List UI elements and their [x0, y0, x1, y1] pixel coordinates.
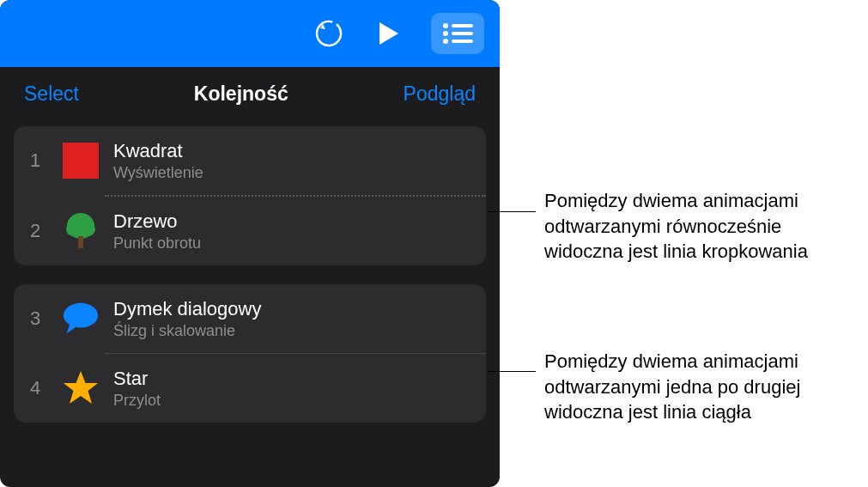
svg-point-9: [80, 222, 95, 236]
callout-leader-line: [488, 371, 536, 372]
subheader: Select Kolejność Podgląd: [0, 67, 500, 114]
callouts-region: Pomiędzy dwiema animacjami odtwarzanymi …: [500, 0, 868, 487]
item-title: Kwadrat: [113, 140, 203, 162]
svg-point-0: [314, 19, 343, 48]
star-icon: [62, 369, 100, 407]
tree-icon: [62, 212, 100, 250]
animation-group: 1 Kwadrat Wyświetlenie 2: [14, 126, 486, 265]
svg-point-3: [443, 31, 448, 36]
item-subtitle: Ślizg i skalowanie: [113, 322, 261, 340]
callout-leader-line: [488, 211, 536, 212]
callout-text: Pomiędzy dwiema animacjami odtwarzanymi …: [544, 188, 868, 265]
build-order-list: 1 Kwadrat Wyświetlenie 2: [0, 114, 500, 423]
animation-group: 3 Dymek dialogowy Ślizg i skalowanie 4: [14, 284, 486, 423]
svg-point-1: [443, 23, 448, 28]
play-icon[interactable]: [371, 15, 407, 52]
svg-point-11: [64, 303, 98, 328]
svg-rect-2: [452, 24, 473, 27]
list-item[interactable]: 2 Drzewo Punkt obrotu: [14, 197, 486, 265]
speech-bubble-icon: [62, 300, 100, 338]
item-subtitle: Przylot: [113, 392, 161, 410]
undo-icon[interactable]: [311, 15, 347, 52]
device-panel: Select Kolejność Podgląd 1 Kwadrat Wyświ…: [0, 0, 500, 487]
select-button[interactable]: Select: [24, 82, 79, 106]
item-title: Drzewo: [113, 210, 201, 233]
item-number: 4: [22, 377, 48, 399]
item-number: 1: [22, 149, 48, 172]
svg-point-5: [443, 39, 448, 44]
svg-rect-6: [452, 40, 473, 43]
svg-point-8: [66, 222, 82, 236]
item-number: 2: [22, 220, 48, 242]
svg-rect-10: [78, 236, 83, 248]
item-title: Dymek dialogowy: [113, 298, 261, 320]
list-item[interactable]: 4 Star Przylot: [14, 354, 486, 423]
preview-button[interactable]: Podgląd: [404, 82, 476, 106]
topbar: [0, 0, 500, 67]
item-number: 3: [22, 307, 48, 330]
list-item[interactable]: 1 Kwadrat Wyświetlenie: [14, 126, 486, 195]
callout-text: Pomiędzy dwiema animacjami odtwarzanymi …: [544, 349, 868, 425]
svg-rect-4: [452, 32, 473, 35]
item-title: Star: [113, 368, 161, 390]
item-subtitle: Punkt obrotu: [113, 234, 201, 253]
list-item[interactable]: 3 Dymek dialogowy Ślizg i skalowanie: [14, 284, 486, 353]
item-subtitle: Wyświetlenie: [113, 164, 203, 182]
panel-title: Kolejność: [194, 82, 288, 106]
square-icon: [62, 142, 100, 180]
build-order-icon[interactable]: [431, 13, 484, 54]
